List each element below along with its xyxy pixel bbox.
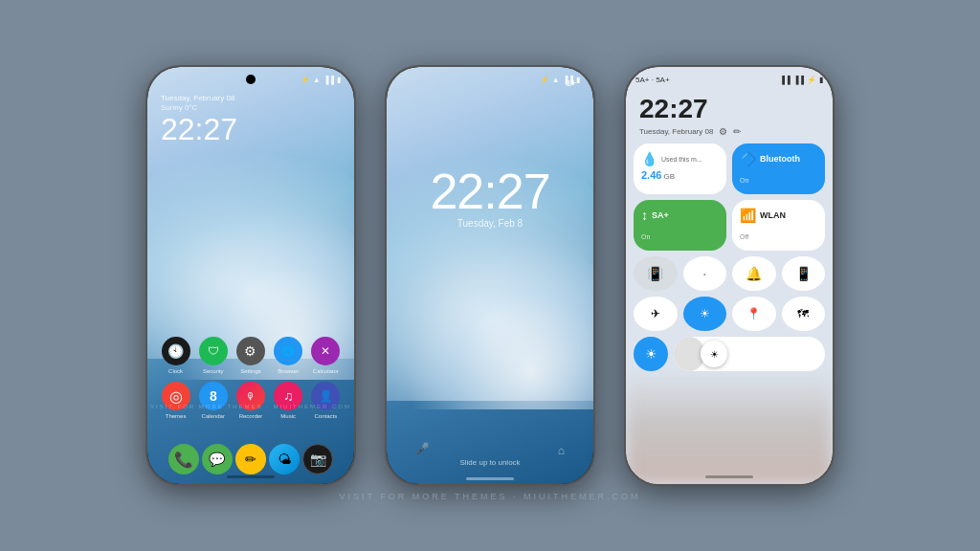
cc-brightness-btn[interactable]: ☀ [683, 297, 727, 331]
clock-label: Clock [168, 368, 183, 374]
app-recorder[interactable]: 🎙 Recorder [234, 382, 268, 419]
cc-status-bar: 5A+ · 5A+ ▐▐ ▐▐ ⚡ ▮ [626, 67, 833, 88]
slide-unlock[interactable]: Slide up to unlock [387, 458, 593, 467]
dock: 📞 💬 ✏ 🌤 📷 [147, 444, 354, 474]
cc-icon-row: 📳 · 🔔 📱 [634, 256, 825, 291]
cc-data-header: 💧 Used this m... [641, 151, 719, 166]
app-music[interactable]: ♫ Music [271, 382, 305, 419]
cc-brightness-slider[interactable]: ☀ [674, 337, 825, 371]
cc-date-row: Tuesday, February 08 ⚙ ✏ [639, 126, 741, 137]
app-contacts[interactable]: 👤 Contacts [308, 382, 343, 419]
cc-data-tile[interactable]: 💧 Used this m... 2.46 GB [634, 143, 726, 194]
cc-sa-tile[interactable]: ↕ SA+ On [634, 200, 726, 251]
phone-3: 5A+ · 5A+ ▐▐ ▐▐ ⚡ ▮ 22:27 Tuesday, Febru… [624, 65, 835, 486]
app-browser[interactable]: 🌐 Browser [271, 337, 305, 374]
cc-date-text: Tuesday, February 08 [639, 127, 713, 136]
signal-icon: ▐▐ [323, 76, 334, 84]
phone1-day: Tuesday, February 08 [161, 94, 237, 102]
themes-label: Themes [166, 413, 187, 419]
cc-wlan-header: 📶 WLAN [740, 208, 817, 223]
cc-airplane-btn[interactable]: ✈ [634, 297, 678, 331]
cc-dot-btn[interactable]: · [683, 256, 727, 291]
cc-wlan-tile[interactable]: 📶 WLAN Off [732, 200, 825, 251]
wave-blob-2b [408, 221, 593, 408]
cc-vibrate-btn[interactable]: 📳 [634, 256, 678, 291]
app-clock[interactable]: 🕙 Clock [159, 337, 193, 374]
cc-bluetooth-tile[interactable]: 🔷 Bluetooth On [732, 143, 825, 194]
browser-label: Browser [278, 368, 299, 374]
bat-icon-2: ▮ [576, 76, 580, 84]
app-themes[interactable]: ◎ Themes [159, 382, 193, 419]
cc-data-icon: 💧 [641, 151, 657, 166]
wifi-icon-2: ▲ [552, 76, 560, 84]
cc-brightness-row: ☀ ☀ [634, 337, 825, 371]
cc-bright-icon[interactable]: ☀ [634, 337, 668, 371]
recorder-label: Recorder [239, 413, 263, 419]
cc-wlan-icon: 📶 [740, 208, 756, 223]
cc-data-unit: GB [663, 172, 675, 181]
security-icon: 🛡 [199, 337, 228, 365]
oneplus-logo: 1+ [567, 73, 576, 90]
cc-data-value-row: 2.46 GB [641, 169, 719, 181]
app-security[interactable]: 🛡 Security [196, 337, 231, 374]
dock-weather[interactable]: 🌤 [269, 444, 300, 474]
status-right-1: ⚡ ▲ ▐▐ ▮ [301, 76, 341, 84]
clock-icon: 🕙 [162, 337, 190, 365]
cc-time: 22:27 [639, 94, 708, 124]
cc-sa-icon: ↕ [641, 208, 648, 223]
cc-row-1: 💧 Used this m... 2.46 GB 🔷 Bluetooth On [634, 143, 825, 194]
cc-bt-symbol: 🔷 [740, 151, 756, 166]
cc-phone-btn[interactable]: 📱 [782, 256, 826, 291]
cc-bt-header: 🔷 Bluetooth [740, 151, 817, 166]
home-indicator-1 [227, 475, 275, 478]
bt-icon-2: ⚡ [540, 76, 549, 84]
cc-tiles: 💧 Used this m... 2.46 GB 🔷 Bluetooth On [634, 143, 825, 377]
watermark-1: VISIT FOR MORE THEMES · MIUITHEMER.COM [147, 404, 354, 409]
home-indicator-3 [705, 475, 753, 478]
cc-sa-label: SA+ [652, 210, 669, 220]
app-calendar[interactable]: 8 Calendar [196, 382, 231, 419]
bluetooth-icon: ⚡ [301, 76, 310, 84]
cc-map-btn[interactable]: 🗺 [782, 297, 826, 331]
home-icon: ⌂ [558, 444, 565, 457]
phone-2: ⚡ ▲ ▐▐ ▮ 1+ 22:27 Tuesday, Feb 8 Slide u… [385, 65, 595, 486]
cc-sa-header: ↕ SA+ [641, 208, 719, 223]
cc-bottom-blur [626, 369, 833, 484]
cc-edit-icon[interactable]: ✏ [733, 126, 741, 137]
cc-sa-status-row: On [641, 226, 719, 243]
phone2-time: 22:27 [387, 163, 593, 220]
settings-label: Settings [240, 368, 261, 374]
cc-wifi-icon: ▐▐ [779, 76, 790, 84]
punch-hole-1 [246, 75, 256, 84]
calendar-label: Calendar [202, 413, 225, 419]
phone1-datetime: Tuesday, February 08 Sunny 0°C 22:27 [161, 94, 237, 144]
status-bar-2: ⚡ ▲ ▐▐ ▮ [387, 67, 593, 88]
settings-icon: ⚙ [236, 337, 265, 365]
cc-slider-thumb[interactable]: ☀ [701, 341, 727, 367]
cc-bt-status: On [740, 177, 748, 184]
app-settings[interactable]: ⚙ Settings [234, 337, 268, 374]
cc-location-btn[interactable]: 📍 [732, 297, 776, 331]
cc-status-icons: ▐▐ ▐▐ ⚡ ▮ [779, 76, 823, 84]
dock-camera[interactable]: 📷 [302, 444, 333, 474]
cc-data-value: 2.46 [641, 169, 661, 181]
dock-notes[interactable]: ✏ [235, 444, 266, 474]
cc-wlan-status-row: Off [740, 226, 817, 243]
cc-sa-status: On [641, 233, 650, 240]
mic-icon: 🎤 [415, 442, 430, 455]
cc-carrier: 5A+ · 5A+ [635, 76, 670, 84]
app-calculator[interactable]: ✕ Calculator [308, 337, 343, 374]
cc-wlan-label: WLAN [760, 210, 786, 220]
dock-phone[interactable]: 📞 [168, 444, 199, 474]
cc-bell-btn[interactable]: 🔔 [732, 256, 776, 291]
browser-icon: 🌐 [274, 337, 302, 365]
music-label: Music [280, 413, 296, 419]
cc-settings-icon[interactable]: ⚙ [719, 126, 727, 137]
dock-messages[interactable]: 💬 [202, 444, 233, 474]
cc-slider-fill [674, 337, 704, 371]
calculator-label: Calculator [313, 368, 339, 374]
cc-action-row: ✈ ☀ 📍 🗺 [634, 297, 825, 331]
battery-icon: ▮ [337, 76, 341, 84]
app-row-1: 🕙 Clock 🛡 Security ⚙ Settings 🌐 Browser … [157, 337, 345, 374]
cc-data-label: Used this m... [661, 156, 702, 163]
